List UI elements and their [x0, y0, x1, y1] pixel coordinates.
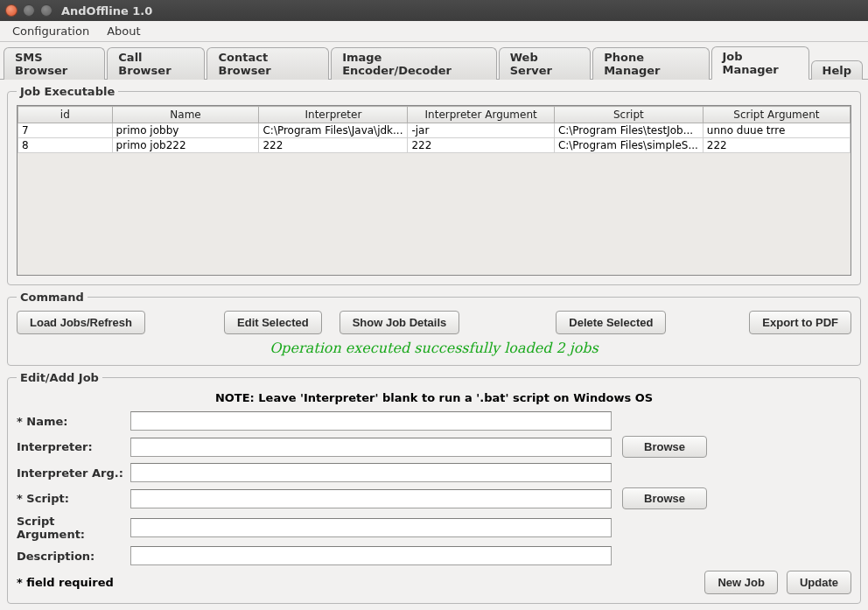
description-field[interactable]	[130, 546, 612, 565]
load-refresh-button[interactable]: Load Jobs/Refresh	[17, 311, 145, 334]
edit-add-legend: Edit/Add Job	[17, 371, 102, 384]
update-button[interactable]: Update	[787, 571, 851, 594]
interpreter-arg-field[interactable]	[130, 463, 612, 482]
cell-interp[interactable]: C:\Program Files\Java\jdk...	[259, 123, 408, 138]
interpreter-field[interactable]	[130, 438, 612, 457]
col-id[interactable]: id	[18, 107, 113, 123]
tab-web-server[interactable]: Web Server	[499, 47, 591, 80]
row-script: * Script: Browse	[17, 487, 851, 509]
command-panel: Command Load Jobs/Refresh Edit Selected …	[7, 291, 861, 366]
label-name: * Name:	[17, 415, 125, 428]
tab-help[interactable]: Help	[811, 60, 863, 80]
job-table-wrap: id Name Interpreter Interpreter Argument…	[17, 105, 851, 276]
browse-interpreter-button[interactable]: Browse	[622, 436, 707, 458]
tab-image-encoder[interactable]: Image Encoder/Decoder	[331, 47, 497, 80]
close-icon[interactable]	[5, 4, 18, 17]
minimize-icon[interactable]	[23, 4, 35, 17]
titlebar: AndOffline 1.0	[0, 0, 868, 21]
label-interpreter-arg: Interpreter Arg.:	[17, 466, 125, 480]
name-field[interactable]	[130, 411, 612, 431]
job-executable-panel: Job Executable id Name Interpreter Inter…	[7, 85, 861, 285]
browse-script-button[interactable]: Browse	[622, 487, 707, 509]
cell-id[interactable]: 7	[18, 123, 113, 138]
cell-interp-arg[interactable]: 222	[408, 138, 554, 153]
row-interpreter-arg: Interpreter Arg.:	[17, 463, 851, 482]
tab-contact-browser[interactable]: Contact Browser	[206, 47, 329, 80]
col-script[interactable]: Script	[554, 107, 703, 123]
edit-add-job-panel: Edit/Add Job NOTE: Leave 'Interpreter' b…	[7, 371, 861, 604]
label-script-arg: Script Argument:	[17, 515, 125, 541]
delete-selected-button[interactable]: Delete Selected	[556, 311, 666, 334]
cell-name[interactable]: primo jobby	[112, 123, 259, 138]
menu-about[interactable]: About	[100, 23, 147, 39]
label-script: * Script:	[17, 492, 125, 505]
window-controls	[5, 4, 52, 17]
interpreter-note: NOTE: Leave 'Interpreter' blank to run a…	[17, 391, 851, 404]
col-interpreter[interactable]: Interpreter	[259, 107, 408, 123]
table-row[interactable]: 7 primo jobby C:\Program Files\Java\jdk.…	[18, 123, 850, 138]
status-message: Operation executed successfully loaded 2…	[17, 340, 851, 356]
tab-bar: SMS Browser Call Browser Contact Browser…	[0, 42, 868, 79]
label-interpreter: Interpreter:	[17, 440, 125, 453]
cell-script-arg[interactable]: unno duue trre	[703, 123, 850, 138]
row-script-arg: Script Argument:	[17, 515, 851, 541]
script-field[interactable]	[130, 489, 612, 508]
row-interpreter: Interpreter: Browse	[17, 436, 851, 458]
edit-bottom-row: * field required New Job Update	[17, 571, 851, 594]
required-note: * field required	[17, 576, 114, 589]
edit-button-group: New Job Update	[704, 571, 851, 594]
maximize-icon[interactable]	[40, 4, 52, 17]
label-description: Description:	[17, 550, 125, 563]
new-job-button[interactable]: New Job	[704, 571, 777, 594]
command-legend: Command	[17, 291, 88, 304]
edit-selected-button[interactable]: Edit Selected	[224, 311, 322, 334]
row-name: * Name:	[17, 411, 851, 431]
menubar: Configuration About	[0, 21, 868, 42]
export-pdf-button[interactable]: Export to PDF	[749, 311, 851, 334]
cell-id[interactable]: 8	[18, 138, 113, 153]
col-interpreter-arg[interactable]: Interpreter Argument	[408, 107, 554, 123]
menu-configuration[interactable]: Configuration	[5, 23, 96, 39]
job-executable-legend: Job Executable	[17, 85, 118, 98]
col-name[interactable]: Name	[112, 107, 259, 123]
table-row[interactable]: 8 primo job222 222 222 C:\Program Files\…	[18, 138, 850, 153]
tab-phone-manager[interactable]: Phone Manager	[592, 47, 709, 80]
col-script-arg[interactable]: Script Argument	[703, 107, 850, 123]
app-window: AndOffline 1.0 Configuration About SMS B…	[0, 0, 868, 610]
job-table[interactable]: id Name Interpreter Interpreter Argument…	[18, 106, 850, 153]
tab-content: Job Executable id Name Interpreter Inter…	[0, 79, 868, 610]
show-job-details-button[interactable]: Show Job Details	[340, 311, 460, 334]
cell-interp-arg[interactable]: -jar	[408, 123, 554, 138]
table-header-row: id Name Interpreter Interpreter Argument…	[18, 107, 850, 123]
script-arg-field[interactable]	[130, 518, 612, 537]
cell-interp[interactable]: 222	[259, 138, 408, 153]
cell-name[interactable]: primo job222	[112, 138, 259, 153]
cell-script[interactable]: C:\Program Files\testJob...	[554, 123, 703, 138]
tab-call-browser[interactable]: Call Browser	[107, 47, 205, 80]
tab-sms-browser[interactable]: SMS Browser	[4, 47, 105, 80]
cell-script[interactable]: C:\Program Files\simpleS...	[554, 138, 703, 153]
command-row: Load Jobs/Refresh Edit Selected Show Job…	[17, 311, 851, 334]
cell-script-arg[interactable]: 222	[703, 138, 850, 153]
tab-job-manager[interactable]: Job Manager	[711, 46, 809, 80]
row-description: Description:	[17, 546, 851, 565]
window-title: AndOffline 1.0	[61, 4, 152, 18]
